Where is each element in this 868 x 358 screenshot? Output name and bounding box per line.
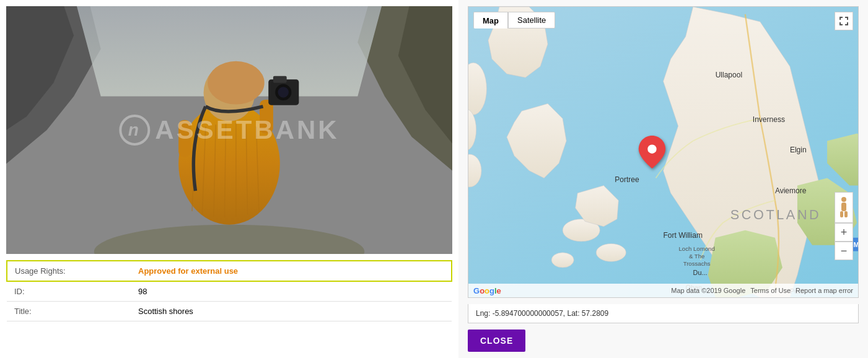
terms-link[interactable]: Terms of Use	[750, 287, 791, 294]
report-link[interactable]: Report a map error	[796, 287, 853, 294]
svg-rect-22	[178, 120, 191, 157]
tab-satellite[interactable]: Satellite	[508, 12, 555, 28]
svg-text:Loch Lomond: Loch Lomond	[678, 245, 714, 252]
svg-text:Du...: Du...	[693, 269, 708, 276]
svg-point-34	[596, 243, 626, 261]
asset-image-container: n ASSETBANK	[6, 6, 452, 254]
svg-text:& The: & The	[689, 253, 704, 260]
id-label: ID:	[7, 281, 131, 302]
pegman-icon	[838, 196, 850, 219]
map-footer: Google Map data ©2019 Google Terms of Us…	[468, 284, 858, 297]
svg-text:M90: M90	[853, 241, 858, 248]
map-svg: M90 Stornoway Ullapool Inverness Elgin A…	[468, 7, 858, 297]
close-button[interactable]: CLOSE	[468, 330, 525, 352]
google-logo: Google	[473, 286, 501, 295]
right-panel: Map Satellite	[458, 0, 868, 358]
id-row: ID: 98	[7, 281, 452, 302]
svg-rect-57	[844, 211, 848, 217]
svg-text:Ullapool: Ullapool	[716, 71, 742, 79]
svg-rect-19	[273, 76, 287, 83]
fullscreen-icon	[839, 16, 849, 26]
usage-rights-label: Usage Rights:	[7, 261, 131, 281]
fullscreen-button[interactable]	[835, 12, 853, 30]
svg-point-54	[841, 197, 846, 202]
svg-point-21	[278, 87, 289, 97]
svg-rect-56	[840, 211, 843, 217]
zoom-out-button[interactable]: −	[835, 242, 853, 260]
coordinates-text: Lng: -5.894700000000057, Lat: 57.2809	[476, 309, 608, 318]
zoom-in-button[interactable]: +	[835, 223, 853, 242]
id-value: 98	[131, 281, 452, 302]
usage-rights-row: Usage Rights: Approved for external use	[7, 261, 452, 281]
map-container: Map Satellite	[468, 6, 859, 298]
metadata-table: Usage Rights: Approved for external use …	[6, 260, 452, 321]
title-row: Title: Scottish shores	[7, 302, 452, 321]
svg-point-16	[208, 61, 265, 105]
map-footer-links: Map data ©2019 Google Terms of Use Repor…	[671, 287, 853, 294]
map-tabs: Map Satellite	[473, 12, 555, 28]
svg-text:Inverness: Inverness	[753, 115, 785, 124]
svg-rect-55	[841, 203, 846, 211]
svg-point-53	[647, 144, 656, 153]
left-panel: n ASSETBANK Usage Rights: Approved for e…	[0, 0, 458, 358]
svg-point-35	[551, 253, 574, 268]
svg-text:Trossachs: Trossachs	[683, 260, 711, 267]
streetview-button[interactable]	[835, 192, 853, 223]
usage-rights-value: Approved for external use	[131, 261, 452, 281]
svg-text:Elgin: Elgin	[790, 146, 807, 154]
svg-text:Aviemore: Aviemore	[775, 186, 807, 195]
title-label: Title:	[7, 302, 131, 321]
svg-text:SCOTLAND: SCOTLAND	[730, 207, 822, 222]
asset-photo: n ASSETBANK	[6, 6, 452, 254]
tab-map[interactable]: Map	[473, 12, 508, 28]
map-zoom-controls: + −	[835, 223, 853, 260]
title-value: Scottish shores	[131, 302, 452, 321]
coordinates-bar: Lng: -5.894700000000057, Lat: 57.2809	[468, 304, 859, 323]
svg-text:Fort William: Fort William	[664, 231, 703, 240]
svg-text:Portree: Portree	[615, 175, 639, 184]
map-data-text: Map data ©2019 Google	[671, 287, 745, 294]
